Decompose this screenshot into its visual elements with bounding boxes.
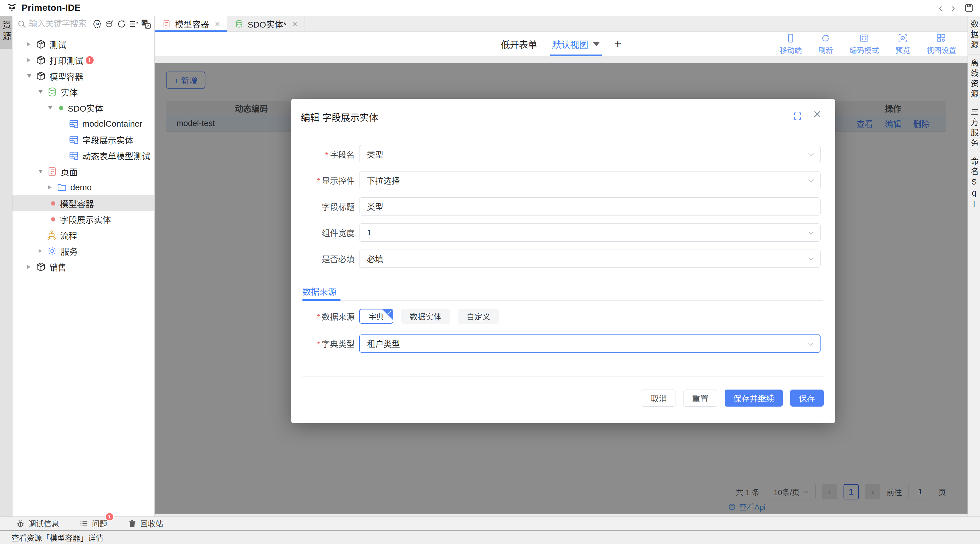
caret-down-icon[interactable] bbox=[593, 42, 600, 46]
list-icon bbox=[80, 519, 89, 528]
svg-text:文: 文 bbox=[146, 24, 150, 28]
tree-item-print-test[interactable]: 打印测试 ! bbox=[13, 52, 154, 68]
tree-item-services[interactable]: 服务 bbox=[13, 243, 154, 259]
resource-explorer: AI En文 测试 bbox=[13, 16, 154, 517]
refresh-tree-icon[interactable] bbox=[117, 19, 127, 29]
tree-item-sales[interactable]: 销售 bbox=[13, 259, 154, 275]
rail-tab-data-source[interactable]: 数据源 bbox=[968, 16, 980, 55]
view-actions: 移动端 刷新 编码模式 预览 bbox=[780, 32, 956, 56]
green-dot-icon bbox=[59, 106, 63, 110]
bug-icon bbox=[16, 519, 25, 528]
chevron-down-icon[interactable] bbox=[48, 106, 56, 110]
section-title-data-source: 数据来源 bbox=[302, 285, 337, 297]
package-icon bbox=[36, 55, 46, 65]
database-icon bbox=[47, 87, 57, 97]
preview-button[interactable]: 预览 bbox=[896, 33, 910, 55]
svg-text:AI: AI bbox=[95, 22, 99, 26]
tab-default-view[interactable]: 默认视图 bbox=[552, 32, 600, 56]
field-name-select[interactable]: 类型 bbox=[359, 145, 821, 163]
tree-item-model-container-pkg[interactable]: 模型容器 bbox=[13, 68, 154, 84]
cancel-button[interactable]: 取消 bbox=[642, 389, 676, 407]
tree-item-label: 页面 bbox=[61, 165, 78, 178]
chevron-right-icon[interactable] bbox=[27, 58, 35, 62]
dialog-footer: 取消 重置 保存并继续 保存 bbox=[642, 389, 824, 407]
reset-button[interactable]: 重置 bbox=[683, 389, 717, 407]
tree-item-pages[interactable]: 页面 bbox=[13, 164, 154, 179]
collapse-all-icon[interactable] bbox=[129, 19, 139, 29]
add-view-button[interactable]: + bbox=[614, 32, 621, 56]
close-icon[interactable]: × bbox=[813, 107, 821, 121]
chevron-right-icon[interactable] bbox=[48, 185, 56, 189]
rail-tab-offline-resources[interactable]: 离线资源 bbox=[968, 55, 980, 104]
chevron-down-icon[interactable] bbox=[27, 74, 35, 78]
tree-item-label: 动态表单模型测试 bbox=[82, 149, 150, 162]
doc-tab-sdo-entity[interactable]: SDO实体* × bbox=[227, 16, 304, 32]
code-mode-button[interactable]: 编码模式 bbox=[850, 33, 879, 55]
problems-button[interactable]: 问题 1 bbox=[80, 518, 107, 529]
rail-tab-resources[interactable]: 资源 bbox=[0, 16, 12, 49]
tree-item-model-container-entity[interactable]: modelContainer bbox=[13, 116, 154, 132]
view-settings-button[interactable]: 视图设置 bbox=[927, 33, 956, 55]
tree-item-field-display-entity[interactable]: 字段展示实体 bbox=[13, 132, 154, 148]
main-row: 资源 AI bbox=[0, 16, 980, 517]
tree-item-label: 模型容器 bbox=[49, 70, 83, 82]
field-title-input[interactable]: 类型 bbox=[359, 197, 821, 215]
mobile-icon bbox=[786, 33, 795, 43]
editor-column: 模型容器 × SDO实体* × 低开表单 默认视图 + bbox=[154, 16, 967, 517]
preview-icon bbox=[898, 33, 908, 43]
tree-item-dynamic-form-model-test[interactable]: 动态表单模型测试 bbox=[13, 148, 154, 164]
right-rail: 数据源 离线资源 三方服务 命名Sql bbox=[967, 16, 980, 517]
refresh-button[interactable]: 刷新 bbox=[818, 33, 833, 55]
doc-tab-model-container[interactable]: 模型容器 × bbox=[154, 16, 227, 32]
tree-item-label: 销售 bbox=[49, 261, 67, 273]
rail-tab-third-party-services[interactable]: 三方服务 bbox=[968, 104, 980, 153]
section-divider bbox=[302, 300, 823, 301]
new-package-icon[interactable] bbox=[104, 19, 115, 29]
ai-icon[interactable]: AI bbox=[92, 19, 102, 29]
source-option-data-entity[interactable]: 数据实体 bbox=[401, 309, 450, 324]
gear-icon bbox=[47, 246, 57, 256]
tree-item-test[interactable]: 测试 bbox=[13, 36, 154, 52]
refresh-icon bbox=[821, 33, 830, 43]
chevron-right-icon[interactable] bbox=[27, 265, 35, 269]
tree-item-sdo-entity[interactable]: SDO实体 bbox=[13, 100, 154, 116]
display-control-select[interactable]: 下拉选择 bbox=[359, 171, 821, 189]
required-select[interactable]: 必填 bbox=[359, 250, 821, 268]
chevron-right-icon[interactable] bbox=[27, 42, 35, 46]
tab-close-icon[interactable]: × bbox=[215, 19, 220, 29]
tree-item-entities[interactable]: 实体 bbox=[13, 84, 154, 100]
app-window: Primeton-IDE ‹ › 资源 AI bbox=[0, 0, 980, 544]
tab-lowcode-form[interactable]: 低开表单 bbox=[501, 32, 537, 56]
tab-close-icon[interactable]: × bbox=[292, 19, 298, 29]
chevron-down-icon[interactable] bbox=[38, 170, 46, 173]
form-row-component-width: 组件宽度 1 bbox=[291, 223, 835, 242]
search-input[interactable] bbox=[29, 19, 90, 29]
dict-type-select[interactable]: 租户类型 bbox=[359, 335, 821, 353]
translate-icon[interactable]: En文 bbox=[141, 19, 151, 29]
bottom-toolbar: 调试信息 问题 1 回收站 bbox=[0, 517, 980, 530]
folder-icon bbox=[57, 182, 67, 193]
save-and-continue-button[interactable]: 保存并继续 bbox=[725, 389, 783, 407]
tree-item-demo-folder[interactable]: demo bbox=[13, 179, 154, 195]
tree-item-model-container-page[interactable]: 模型容器 bbox=[13, 195, 154, 211]
rail-tab-named-sql[interactable]: 命名Sql bbox=[968, 153, 980, 215]
chevron-right-icon[interactable] bbox=[38, 249, 46, 253]
nav-forward-icon[interactable]: › bbox=[951, 3, 955, 13]
mobile-button[interactable]: 移动端 bbox=[780, 33, 802, 55]
chevron-down-icon bbox=[808, 177, 813, 182]
source-option-dictionary[interactable]: 字典 ✓ bbox=[359, 309, 393, 324]
tree-item-label: SDO实体 bbox=[68, 102, 103, 114]
component-width-select[interactable]: 1 bbox=[359, 223, 821, 242]
tree-item-label: 模型容器 bbox=[60, 197, 94, 209]
tree-item-flows[interactable]: 流程 bbox=[13, 227, 154, 243]
save-icon[interactable] bbox=[964, 3, 974, 13]
view-settings-icon bbox=[936, 33, 946, 43]
source-option-custom[interactable]: 自定义 bbox=[458, 309, 499, 324]
fullscreen-icon[interactable] bbox=[793, 111, 802, 121]
debug-info-button[interactable]: 调试信息 bbox=[16, 518, 59, 529]
nav-back-icon[interactable]: ‹ bbox=[939, 3, 943, 13]
chevron-down-icon[interactable] bbox=[38, 90, 46, 94]
tree-item-field-display-page[interactable]: 字段展示实体 bbox=[13, 211, 154, 227]
recycle-bin-button[interactable]: 回收站 bbox=[128, 518, 163, 529]
save-button[interactable]: 保存 bbox=[790, 389, 824, 407]
